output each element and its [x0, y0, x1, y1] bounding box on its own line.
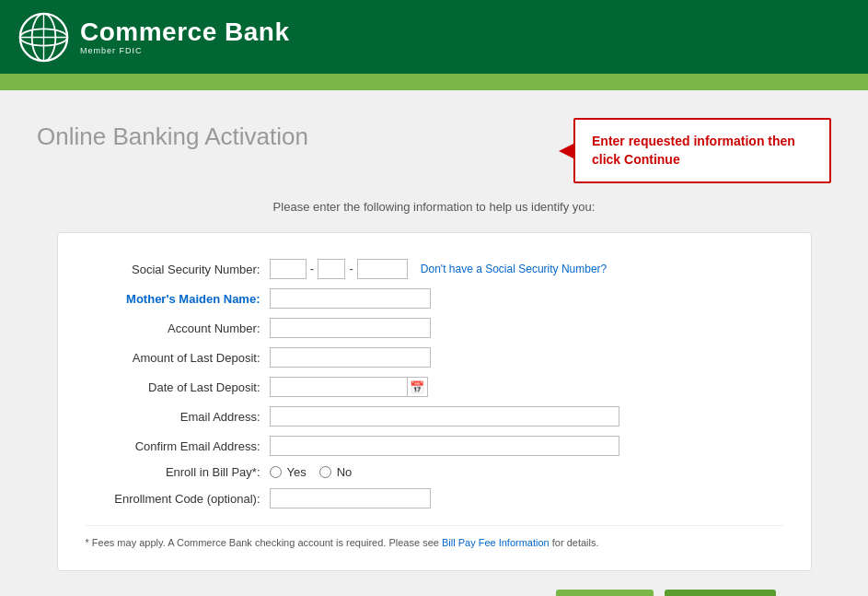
buttons-row: Cancel Continue ↓: [37, 590, 831, 596]
ssn-dash2: -: [349, 262, 353, 276]
account-number-input[interactable]: [270, 318, 431, 338]
callout-text: Enter requested information then click C…: [592, 133, 813, 169]
cancel-button[interactable]: Cancel: [556, 590, 654, 596]
last-deposit-amount-row: Amount of Last Deposit:: [86, 347, 783, 368]
enrollment-code-input[interactable]: [270, 488, 431, 508]
maiden-name-input[interactable]: [270, 288, 431, 309]
bank-name: Commerce Bank: [80, 18, 289, 47]
last-deposit-date-row: Date of Last Deposit: 📅: [86, 377, 783, 397]
enrollment-code-row: Enrollment Code (optional):: [86, 488, 783, 508]
footnote-end: for details.: [552, 537, 599, 548]
continue-button[interactable]: Continue: [665, 590, 776, 596]
calendar-icon-button[interactable]: 📅: [408, 377, 428, 397]
bill-pay-fee-link[interactable]: Bill Pay Fee Information: [442, 537, 550, 548]
main-content: Online Banking Activation Enter requeste…: [0, 90, 868, 596]
account-number-row: Account Number:: [86, 318, 783, 338]
confirm-email-row: Confirm Email Address:: [86, 436, 783, 456]
bill-pay-label: Enroll in Bill Pay*:: [86, 465, 270, 479]
confirm-email-label: Confirm Email Address:: [86, 439, 270, 453]
maiden-name-label: Mother's Maiden Name:: [86, 292, 270, 306]
ssn-part2-input[interactable]: [318, 259, 345, 279]
last-deposit-amount-input[interactable]: [270, 347, 431, 368]
title-row: Online Banking Activation Enter requeste…: [37, 118, 831, 183]
ssn-row: Social Security Number: - - Don't have a…: [86, 259, 783, 279]
member-fdic: Member FDIC: [80, 46, 289, 55]
email-label: Email Address:: [86, 410, 270, 424]
email-row: Email Address:: [86, 406, 783, 427]
enrollment-code-label: Enrollment Code (optional):: [86, 492, 270, 506]
bill-pay-no-radio[interactable]: [319, 466, 331, 478]
bill-pay-row: Enroll in Bill Pay*: Yes No: [86, 465, 783, 479]
bank-name-block: Commerce Bank Member FDIC: [80, 18, 289, 56]
bill-pay-yes-radio[interactable]: [270, 466, 282, 478]
last-deposit-date-label: Date of Last Deposit:: [86, 380, 270, 394]
last-deposit-date-input[interactable]: [270, 377, 408, 397]
logo: Commerce Bank Member FDIC: [18, 12, 289, 63]
accent-bar: [0, 74, 868, 90]
callout-box: Enter requested information then click C…: [573, 118, 831, 183]
email-input[interactable]: [270, 406, 619, 427]
bill-pay-radio-group: Yes No: [270, 465, 360, 479]
ssn-part1-input[interactable]: [270, 259, 307, 279]
ssn-dash1: -: [310, 262, 315, 276]
maiden-name-row: Mother's Maiden Name:: [86, 288, 783, 309]
footnote-text: * Fees may apply. A Commerce Bank checki…: [86, 537, 439, 548]
form-card: Social Security Number: - - Don't have a…: [57, 232, 812, 571]
site-header: Commerce Bank Member FDIC: [0, 0, 868, 74]
ssn-link[interactable]: Don't have a Social Security Number?: [421, 263, 607, 275]
bill-pay-no-label[interactable]: No: [337, 465, 353, 479]
account-number-label: Account Number:: [86, 321, 270, 335]
globe-icon: [18, 12, 69, 63]
ssn-part3-input[interactable]: [357, 259, 408, 279]
ssn-group: - - Don't have a Social Security Number?: [270, 259, 608, 279]
confirm-email-input[interactable]: [270, 436, 619, 456]
last-deposit-amount-label: Amount of Last Deposit:: [86, 351, 270, 365]
ssn-label: Social Security Number:: [86, 263, 270, 276]
footnote: * Fees may apply. A Commerce Bank checki…: [86, 525, 783, 548]
bill-pay-yes-label[interactable]: Yes: [287, 465, 307, 479]
page-title: Online Banking Activation: [37, 123, 308, 151]
form-subtitle: Please enter the following information t…: [37, 200, 831, 214]
